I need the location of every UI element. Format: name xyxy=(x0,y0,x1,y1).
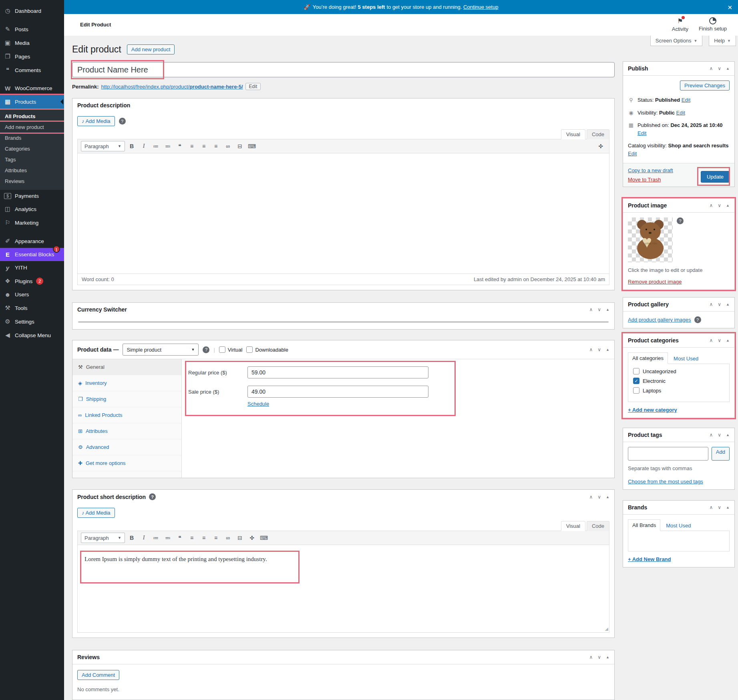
product-image-thumbnail[interactable]: ♥ I LOVE YOU xyxy=(628,217,673,262)
close-icon[interactable]: ✕ xyxy=(727,4,732,11)
italic-button[interactable]: I xyxy=(139,533,149,543)
toggle-panel-icon[interactable]: ▲ xyxy=(726,302,730,306)
tab-linked-products[interactable]: ∞Linked Products xyxy=(72,407,181,423)
align-right-button[interactable]: ≡ xyxy=(211,141,221,151)
tab-all-categories[interactable]: All categories xyxy=(628,352,668,364)
fullscreen-button[interactable]: ✜ xyxy=(595,141,606,151)
paragraph-select[interactable]: Paragraph▼ xyxy=(81,533,125,543)
submenu-tags[interactable]: Tags xyxy=(0,154,64,165)
blockquote-button[interactable]: ❝ xyxy=(175,533,185,543)
sidebar-item-products[interactable]: ▦ Products xyxy=(0,95,64,109)
submenu-all-products[interactable]: All Products xyxy=(0,111,64,122)
move-up-icon[interactable]: ∧ xyxy=(589,307,593,312)
tab-most-used[interactable]: Most Used xyxy=(674,353,698,364)
add-media-button[interactable]: ♪ Add Media xyxy=(77,508,115,518)
tab-code[interactable]: Code xyxy=(587,129,609,139)
short-description-editor-area[interactable]: Lorem Ipsum is simply dummy text of the … xyxy=(78,545,609,632)
schedule-link[interactable]: Schedule xyxy=(247,401,269,407)
move-to-trash-link[interactable]: Move to Trash xyxy=(628,177,673,183)
read-more-button[interactable]: ⊟ xyxy=(235,533,245,543)
move-up-icon[interactable]: ∧ xyxy=(589,494,593,500)
toggle-panel-icon[interactable]: ▲ xyxy=(726,203,730,207)
tab-get-more-options[interactable]: ✚Get more options xyxy=(72,455,181,471)
bullet-list-button[interactable]: ≔ xyxy=(151,141,161,151)
sidebar-item-yith[interactable]: y YITH xyxy=(0,261,64,274)
move-up-icon[interactable]: ∧ xyxy=(589,654,593,660)
finish-setup-button[interactable]: Finish setup xyxy=(699,17,727,32)
tab-code[interactable]: Code xyxy=(587,521,609,531)
tab-general[interactable]: ⚒General xyxy=(72,359,181,375)
edit-catalog-visibility-link[interactable]: Edit xyxy=(628,151,637,157)
link-button[interactable]: ∞ xyxy=(223,141,233,151)
sidebar-item-users[interactable]: ☻ Users xyxy=(0,288,64,301)
add-media-button[interactable]: ♪ Add Media xyxy=(77,116,115,126)
fullscreen-button[interactable]: ✜ xyxy=(247,533,257,543)
sidebar-item-woocommerce[interactable]: W WooCommerce xyxy=(0,82,64,95)
move-down-icon[interactable]: ∨ xyxy=(718,66,721,71)
bold-button[interactable]: B xyxy=(127,141,137,151)
add-new-product-button[interactable]: Add new product xyxy=(127,44,175,54)
move-down-icon[interactable]: ∨ xyxy=(718,505,721,510)
sidebar-item-analytics[interactable]: ◫ Analytics xyxy=(0,202,64,216)
toggle-panel-icon[interactable]: ▲ xyxy=(726,505,730,509)
tab-attributes[interactable]: ⊞Attributes xyxy=(72,423,181,439)
numbered-list-button[interactable]: ≕ xyxy=(163,141,173,151)
help-icon[interactable]: ? xyxy=(119,118,126,125)
move-down-icon[interactable]: ∨ xyxy=(718,302,721,307)
tab-all-brands[interactable]: All Brands xyxy=(628,519,660,531)
preview-changes-button[interactable]: Preview Changes xyxy=(680,80,730,91)
continue-setup-link[interactable]: Continue setup xyxy=(463,4,498,10)
move-down-icon[interactable]: ∨ xyxy=(597,347,601,352)
add-tag-button[interactable]: Add xyxy=(712,447,730,461)
italic-button[interactable]: I xyxy=(139,141,149,151)
sidebar-item-payments[interactable]: $ Payments xyxy=(0,190,64,202)
category-uncategorized[interactable]: Uncategorized xyxy=(633,368,724,374)
keyboard-shortcuts-button[interactable]: ⌨ xyxy=(247,141,257,151)
sidebar-item-comments[interactable]: ❝ Comments xyxy=(0,63,64,77)
sidebar-item-collapse-menu[interactable]: ◀ Collapse Menu xyxy=(0,328,64,342)
blockquote-button[interactable]: ❝ xyxy=(175,141,185,151)
update-button[interactable]: Update xyxy=(701,171,730,183)
sidebar-item-plugins[interactable]: ❖ Plugins 2 xyxy=(0,274,64,288)
product-type-select[interactable]: Simple product▼ xyxy=(123,344,199,356)
submenu-categories[interactable]: Categories xyxy=(0,143,64,154)
remove-product-image-link[interactable]: Remove product image xyxy=(628,279,682,285)
keyboard-shortcuts-button[interactable]: ⌨ xyxy=(259,533,269,543)
permalink-link[interactable]: http://localhost/free/index.php/product/… xyxy=(101,84,243,90)
downloadable-checkbox[interactable]: Downloadable xyxy=(246,346,288,353)
paragraph-select[interactable]: Paragraph▼ xyxy=(81,141,125,151)
align-center-button[interactable]: ≡ xyxy=(199,141,209,151)
submenu-reviews[interactable]: Reviews xyxy=(0,176,64,187)
sidebar-item-posts[interactable]: ✎ Posts xyxy=(0,22,64,36)
sidebar-item-dashboard[interactable]: ◷ Dashboard xyxy=(0,4,64,18)
description-editor-area[interactable] xyxy=(78,153,609,274)
toggle-panel-icon[interactable]: ▲ xyxy=(726,66,730,70)
sale-price-input[interactable] xyxy=(247,386,428,398)
align-left-button[interactable]: ≡ xyxy=(187,141,197,151)
move-up-icon[interactable]: ∧ xyxy=(709,302,713,307)
sidebar-item-pages[interactable]: ❐ Pages xyxy=(0,50,64,63)
read-more-button[interactable]: ⊟ xyxy=(235,141,245,151)
move-down-icon[interactable]: ∨ xyxy=(597,654,601,660)
align-left-button[interactable]: ≡ xyxy=(187,533,197,543)
tab-visual[interactable]: Visual xyxy=(561,521,585,531)
tab-most-used[interactable]: Most Used xyxy=(666,520,691,531)
sidebar-item-tools[interactable]: ⚒ Tools xyxy=(0,301,64,315)
screen-options-button[interactable]: Screen Options ▼ xyxy=(650,36,703,46)
move-up-icon[interactable]: ∧ xyxy=(709,432,713,438)
submenu-brands[interactable]: Brands xyxy=(0,133,64,143)
toggle-panel-icon[interactable]: ▲ xyxy=(726,433,730,437)
sidebar-item-essential-blocks[interactable]: E Essential Blocks 1 xyxy=(0,248,64,261)
tab-advanced[interactable]: ⚙Advanced xyxy=(72,439,181,455)
bold-button[interactable]: B xyxy=(127,533,137,543)
submenu-add-new-product[interactable]: Add new product xyxy=(0,122,64,133)
align-right-button[interactable]: ≡ xyxy=(211,533,221,543)
move-up-icon[interactable]: ∧ xyxy=(709,505,713,510)
regular-price-input[interactable] xyxy=(247,366,428,378)
tab-visual[interactable]: Visual xyxy=(561,129,585,139)
move-down-icon[interactable]: ∨ xyxy=(597,494,601,500)
align-center-button[interactable]: ≡ xyxy=(199,533,209,543)
toggle-panel-icon[interactable]: ▲ xyxy=(726,338,730,342)
sidebar-item-marketing[interactable]: ⚐ Marketing xyxy=(0,216,64,229)
help-icon[interactable]: ? xyxy=(149,493,156,500)
